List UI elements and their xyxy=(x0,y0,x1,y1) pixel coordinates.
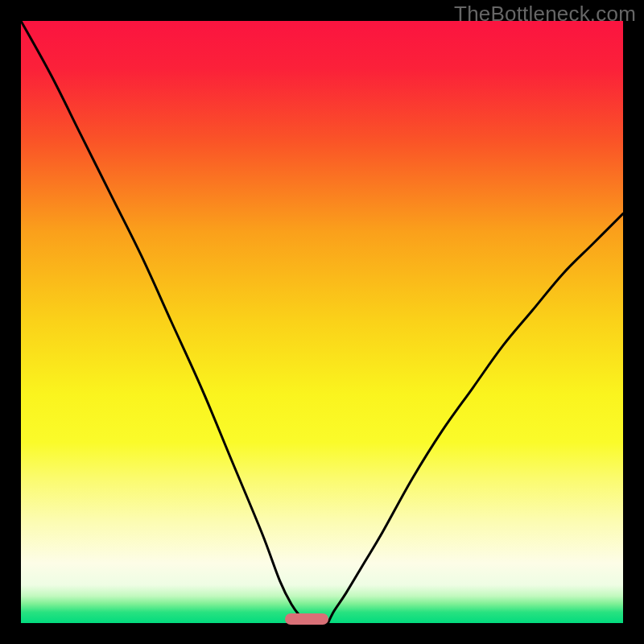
bottleneck-marker xyxy=(285,613,328,625)
bottleneck-curve xyxy=(21,21,623,623)
chart-frame xyxy=(21,21,623,623)
